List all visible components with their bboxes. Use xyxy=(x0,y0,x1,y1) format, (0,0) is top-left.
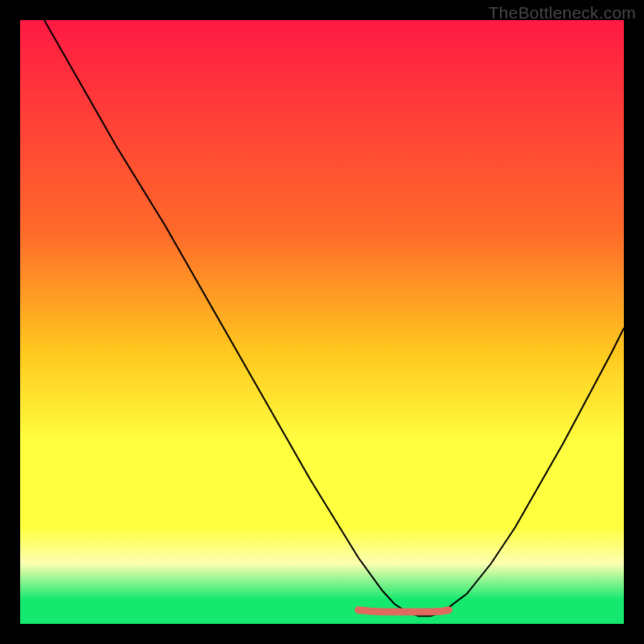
plot-container xyxy=(20,20,624,624)
watermark-label: TheBottleneck.com xyxy=(489,3,636,23)
bottleneck-chart xyxy=(20,20,624,624)
app-frame: TheBottleneck.com xyxy=(0,0,644,644)
gradient-background xyxy=(20,20,624,624)
optimal-range-marker xyxy=(358,610,449,612)
